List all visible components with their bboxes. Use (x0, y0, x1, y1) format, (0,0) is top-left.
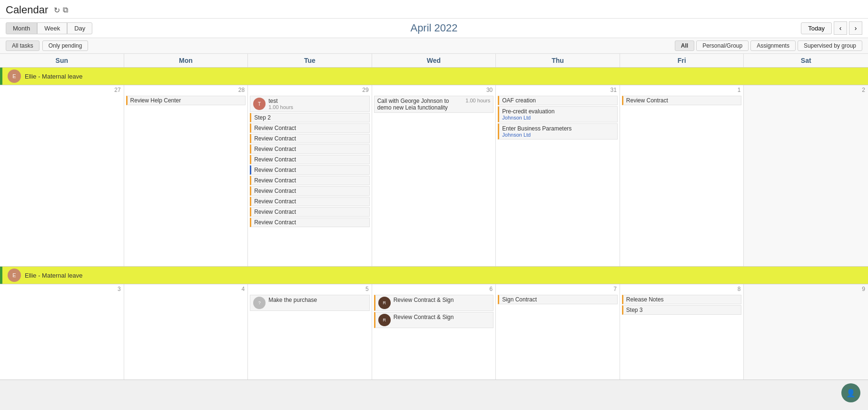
ellie-leave-2: Ellie - Maternal leave (25, 272, 82, 279)
date-3: 3 (0, 284, 124, 294)
filter-bar: All tasks Only pending All Personal/Grou… (0, 38, 868, 54)
filter-right: All Personal/Group Assignments Supervise… (675, 40, 862, 51)
task-rc-3[interactable]: Review Contract (250, 144, 370, 154)
ellie-avatar-1: E (8, 70, 21, 83)
date-8: 8 (620, 284, 744, 294)
task-purchase-avatar: ? (253, 297, 266, 309)
day-button[interactable]: Day (67, 22, 92, 34)
cell-mon-1: 28 Review Help Center (124, 85, 248, 266)
task-review-sign-1[interactable]: R Review Contract & Sign (374, 295, 494, 311)
date-4: 4 (124, 284, 248, 294)
month-button[interactable]: Month (6, 22, 37, 34)
task-rcs2-title: Review Contract & Sign (394, 314, 491, 320)
task-release-notes[interactable]: Release Notes (622, 295, 742, 304)
page-title: Calendar (6, 4, 48, 16)
week-button[interactable]: Week (37, 22, 67, 34)
filter-supervised-button[interactable]: Supervised by group (798, 40, 862, 51)
task-review-help-center[interactable]: Review Help Center (126, 96, 246, 105)
task-enter-business[interactable]: Enter Business Parameters Johnson Ltd (498, 123, 618, 140)
prev-button[interactable]: ‹ (834, 21, 847, 35)
task-oaf[interactable]: OAF creation (498, 96, 618, 105)
task-pre-credit[interactable]: Pre-credit evaluation Johnson Ltd (498, 106, 618, 122)
header-wed: Wed (372, 54, 496, 67)
green-bar (0, 68, 2, 85)
task-pre-credit-link[interactable]: Johnson Ltd (502, 115, 614, 120)
all-tasks-button[interactable]: All tasks (6, 40, 39, 51)
task-rc-4[interactable]: Review Contract (250, 155, 370, 164)
header-mon: Mon (124, 54, 248, 67)
view-buttons: Month Week Day (6, 22, 92, 34)
week2-allday: E Ellie - Maternal leave (0, 267, 868, 284)
task-make-purchase[interactable]: ? Make the purchase (250, 295, 370, 311)
cell-wed-2: 6 R Review Contract & Sign R Review Cont… (372, 284, 496, 380)
ellie-avatar-2: E (8, 269, 21, 282)
header-sat: Sat (744, 54, 868, 67)
calendar: Sun Mon Tue Wed Thu Fri Sat E Ellie - Ma… (0, 54, 868, 380)
cell-sun-1: 27 (0, 85, 124, 266)
header-fri: Fri (620, 54, 744, 67)
next-button[interactable]: › (849, 21, 862, 35)
date-27: 27 (0, 85, 124, 95)
task-rc-10[interactable]: Review Contract (250, 218, 370, 227)
page-header: Calendar ↻ ⧉ (0, 0, 868, 19)
ellie-avatar-img-2: E (8, 269, 21, 282)
date-30: 30 (372, 85, 496, 95)
task-rc-2[interactable]: Review Contract (250, 134, 370, 143)
task-enter-business-link[interactable]: Johnson Ltd (502, 132, 614, 138)
cell-fri-2: 8 Release Notes Step 3 (620, 284, 744, 380)
week2: E Ellie - Maternal leave 3 4 5 ? (0, 267, 868, 380)
top-nav: Month Week Day April 2022 Today ‹ › (0, 19, 868, 38)
task-step3[interactable]: Step 3 (622, 305, 742, 315)
task-rc-8[interactable]: Review Contract (250, 197, 370, 206)
only-pending-button[interactable]: Only pending (42, 40, 89, 51)
month-title: April 2022 (410, 22, 457, 34)
cell-mon-2: 4 (124, 284, 248, 380)
day-headers: Sun Mon Tue Wed Thu Fri Sat (0, 54, 868, 68)
task-rc-9[interactable]: Review Contract (250, 207, 370, 217)
task-rc-5[interactable]: Review Contract (250, 165, 370, 175)
task-sign-contract[interactable]: Sign Contract (498, 295, 618, 304)
cell-tue-1: 29 T test 1.00 hours Step 2 Review Contr… (248, 85, 372, 266)
week1: E Ellie - Maternal leave 27 28 Review He… (0, 68, 868, 267)
date-9: 9 (744, 284, 868, 294)
week1-cells: 27 28 Review Help Center 29 T test 1.00 … (0, 85, 868, 267)
task-call-george[interactable]: Call with George Johnson to demo new Lei… (374, 96, 494, 113)
copy-icon[interactable]: ⧉ (63, 6, 68, 14)
date-7: 7 (496, 284, 620, 294)
task-pre-credit-title: Pre-credit evaluation (502, 108, 614, 115)
date-29: 29 (248, 85, 372, 95)
task-rc-6[interactable]: Review Contract (250, 176, 370, 185)
date-6: 6 (372, 284, 496, 294)
filter-assignments-button[interactable]: Assignments (750, 40, 796, 51)
task-test-hours: 1.00 hours (268, 104, 366, 110)
date-5: 5 (248, 284, 372, 294)
task-rcs1-content: Review Contract & Sign (394, 297, 491, 303)
task-rcs2-content: Review Contract & Sign (394, 314, 491, 320)
task-test-title: test (268, 98, 366, 104)
task-rcs1-avatar: R (378, 297, 391, 309)
task-review-sign-2[interactable]: R Review Contract & Sign (374, 312, 494, 328)
task-step2[interactable]: Step 2 (250, 113, 370, 122)
task-call-content: Call with George Johnson to demo new Lei… (377, 98, 463, 111)
task-test[interactable]: T test 1.00 hours (250, 96, 370, 112)
cell-thu-2: 7 Sign Contract (496, 284, 620, 380)
cell-thu-1: 31 OAF creation Pre-credit evaluation Jo… (496, 85, 620, 266)
cell-fri-1: 1 Review Contract (620, 85, 744, 266)
header-thu: Thu (496, 54, 620, 67)
week2-cells: 3 4 5 ? Make the purchase 6 (0, 284, 868, 380)
filter-personal-button[interactable]: Personal/Group (696, 40, 749, 51)
refresh-icon[interactable]: ↻ (54, 6, 60, 15)
nav-area: Today ‹ › (801, 21, 862, 35)
task-rc-1[interactable]: Review Contract (250, 123, 370, 133)
task-rcs2-avatar: R (378, 314, 391, 326)
date-31: 31 (496, 85, 620, 95)
today-button[interactable]: Today (801, 22, 832, 34)
task-purchase-content: Make the purchase (268, 297, 366, 303)
cell-sun-2: 3 (0, 284, 124, 380)
cell-wed-1: 30 Call with George Johnson to demo new … (372, 85, 496, 266)
task-rc-7[interactable]: Review Contract (250, 186, 370, 196)
filter-all-button[interactable]: All (675, 40, 694, 51)
date-1: 1 (620, 85, 744, 95)
task-purchase-title: Make the purchase (268, 297, 366, 303)
task-review-contract-fri[interactable]: Review Contract (622, 96, 742, 105)
